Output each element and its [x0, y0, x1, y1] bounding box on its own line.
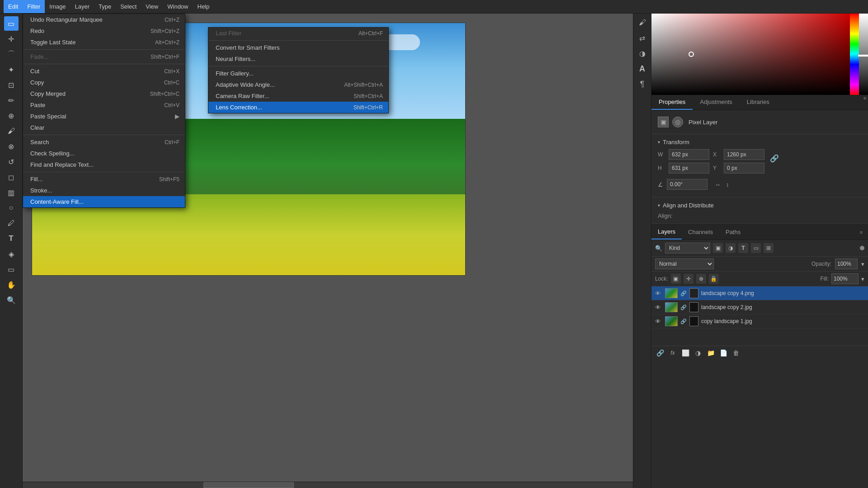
tab-adjustments[interactable]: Adjustments — [693, 95, 740, 110]
menu-item-layer[interactable]: Layer — [70, 0, 94, 13]
tool-history[interactable]: ↺ — [4, 155, 19, 169]
tool-eyedropper[interactable]: ✏ — [4, 93, 19, 108]
edit-paste-special[interactable]: Paste Special ▶ — [23, 111, 185, 122]
layers-panel-collapse[interactable]: ≡ — [858, 229, 864, 235]
layer-shape-filter-btn[interactable]: ▭ — [751, 243, 761, 253]
layer-adjust-btn[interactable]: ◑ — [693, 348, 703, 358]
menu-item-edit[interactable]: Edit — [4, 0, 23, 13]
adjustments-icon[interactable]: ⇄ — [636, 32, 649, 44]
layer-smart-filter-btn[interactable]: ⊞ — [764, 243, 774, 253]
tool-gradient[interactable]: ▥ — [4, 185, 19, 200]
lock-all-btn[interactable]: 🔒 — [709, 274, 719, 284]
tool-pen[interactable]: 🖊 — [4, 216, 19, 230]
edit-search[interactable]: Search Ctrl+F — [23, 136, 185, 148]
tool-hand[interactable]: ✋ — [4, 277, 19, 292]
paragraph-icon[interactable]: ¶ — [636, 78, 649, 90]
wh-link-icon[interactable]: 🔗 — [770, 149, 779, 167]
layer-type-filter-btn[interactable]: T — [738, 243, 748, 253]
tool-brush[interactable]: 🖌 — [4, 124, 19, 138]
lock-move-btn[interactable]: ✛ — [684, 274, 693, 284]
edit-content-aware-fill[interactable]: Content-Aware Fill... — [23, 196, 185, 207]
menu-item-type[interactable]: Type — [94, 0, 116, 13]
edit-toggle-last-state[interactable]: Toggle Last State Alt+Ctrl+Z — [23, 37, 185, 48]
tab-libraries[interactable]: Libraries — [740, 95, 777, 110]
edit-copy[interactable]: Copy Ctrl+C — [23, 77, 185, 88]
tab-layers[interactable]: Layers — [651, 225, 682, 239]
tab-properties[interactable]: Properties — [651, 95, 693, 110]
color-gradient-area[interactable] — [651, 14, 850, 95]
menu-item-help[interactable]: Help — [193, 0, 214, 13]
type-icon[interactable]: A — [636, 62, 649, 75]
edit-find-replace[interactable]: Find and Replace Text... — [23, 159, 185, 170]
edit-paste[interactable]: Paste Ctrl+V — [23, 99, 185, 111]
tool-text[interactable]: T — [4, 231, 19, 246]
tool-move[interactable]: ✛ — [4, 32, 19, 46]
blend-mode-select[interactable]: Normal — [655, 258, 714, 269]
layer-fx-btn[interactable]: fx — [668, 348, 678, 358]
layer-row-1[interactable]: 👁 🔗 landscape copy 2.jpg — [651, 300, 868, 314]
color-icon[interactable]: ◑ — [636, 47, 649, 60]
layer-pixel-filter-btn[interactable]: ▣ — [713, 243, 723, 253]
layer-delete-btn[interactable]: 🗑 — [731, 348, 741, 358]
tool-wand[interactable]: ✦ — [4, 62, 19, 77]
lock-artboard-btn[interactable]: ⊕ — [696, 274, 706, 284]
filter-lens-correction[interactable]: Lens Correction... Shift+Ctrl+R — [208, 102, 388, 113]
edit-copy-merged[interactable]: Copy Merged Shift+Ctrl+C — [23, 88, 185, 99]
layer-eye-1[interactable]: 👁 — [655, 304, 662, 311]
layer-adjust-filter-btn[interactable]: ◑ — [726, 243, 736, 253]
canvas-scroll[interactable] — [23, 482, 633, 488]
tool-shape[interactable]: ▭ — [4, 262, 19, 277]
layer-folder-btn[interactable]: 📁 — [706, 348, 716, 358]
layer-mask-btn[interactable]: ⬜ — [680, 348, 690, 358]
filter-convert-smart[interactable]: Convert for Smart Filters — [208, 42, 388, 53]
lock-pixels-btn[interactable]: ▣ — [671, 274, 681, 284]
tool-dodge[interactable]: ○ — [4, 201, 19, 215]
filter-adaptive-wide[interactable]: Adaptive Wide Angle... Alt+Shift+Ctrl+A — [208, 79, 388, 90]
lightness-bar[interactable] — [859, 14, 868, 95]
filter-gallery[interactable]: Filter Gallery... — [208, 68, 388, 79]
scroll-thumb[interactable] — [203, 482, 294, 488]
tab-paths[interactable]: Paths — [719, 225, 747, 239]
transform-collapse-icon[interactable]: ▾ — [658, 140, 660, 145]
menu-item-other[interactable]: Image — [45, 0, 70, 13]
tool-clone[interactable]: ⊗ — [4, 139, 19, 154]
opacity-dropdown-icon[interactable]: ▾ — [861, 261, 864, 267]
flip-v-icon[interactable]: ↕ — [726, 181, 729, 188]
layer-new-btn[interactable]: 📄 — [718, 348, 728, 358]
tool-path[interactable]: ◈ — [4, 247, 19, 261]
menu-item-filter[interactable]: Filter — [23, 0, 45, 13]
fill-dropdown-icon[interactable]: ▾ — [861, 276, 864, 282]
menu-item-select[interactable]: Select — [116, 0, 141, 13]
layer-row-2[interactable]: 👁 🔗 copy landscape 1.jpg — [651, 314, 868, 328]
fill-input[interactable] — [831, 273, 859, 284]
tool-spot-heal[interactable]: ⊕ — [4, 108, 19, 123]
opacity-input[interactable] — [835, 258, 858, 269]
filter-neural[interactable]: Neural Filters... — [208, 53, 388, 65]
align-collapse-icon[interactable]: ▾ — [658, 203, 660, 208]
w-input[interactable] — [669, 149, 709, 160]
h-input[interactable] — [669, 163, 709, 174]
edit-fill[interactable]: Fill... Shift+F5 — [23, 174, 185, 185]
flip-h-icon[interactable]: ↔ — [715, 181, 721, 188]
layer-row-0[interactable]: 👁 🔗 landscape copy 4.png — [651, 286, 868, 300]
layer-eye-2[interactable]: 👁 — [655, 318, 662, 325]
tab-channels[interactable]: Channels — [682, 225, 719, 239]
edit-check-spelling[interactable]: Check Spelling... — [23, 148, 185, 159]
tool-zoom[interactable]: 🔍 — [4, 293, 19, 307]
y-input[interactable] — [724, 163, 764, 174]
kind-select[interactable]: Kind — [665, 243, 710, 253]
edit-stroke[interactable]: Stroke... — [23, 185, 185, 196]
menu-item-window[interactable]: Window — [163, 0, 193, 13]
tool-crop[interactable]: ⊡ — [4, 78, 19, 92]
tool-eraser[interactable]: ◻ — [4, 170, 19, 184]
tool-marquee[interactable]: ▭ — [4, 16, 19, 31]
panel-collapse-btn[interactable]: ≡ — [862, 95, 868, 101]
edit-cut[interactable]: Cut Ctrl+X — [23, 66, 185, 77]
tool-lasso[interactable]: ⌒ — [4, 47, 19, 61]
edit-clear[interactable]: Clear — [23, 122, 185, 133]
filter-camera-raw[interactable]: Camera Raw Filter... Shift+Ctrl+A — [208, 90, 388, 102]
menu-item-view[interactable]: View — [141, 0, 163, 13]
angle-input[interactable] — [667, 179, 708, 190]
edit-redo[interactable]: Redo Shift+Ctrl+Z — [23, 25, 185, 37]
layer-eye-0[interactable]: 👁 — [655, 290, 662, 297]
